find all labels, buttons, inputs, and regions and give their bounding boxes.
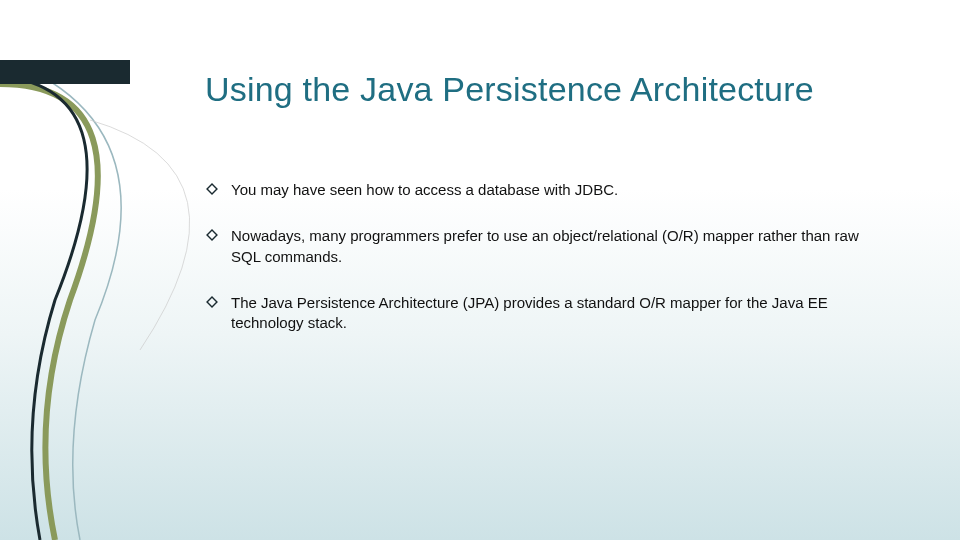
diamond-bullet-icon [205, 228, 219, 242]
bullet-item: Nowadays, many programmers prefer to use… [205, 226, 885, 267]
svg-rect-0 [207, 184, 217, 194]
accent-bar [0, 60, 130, 84]
bullet-item: You may have seen how to access a databa… [205, 180, 885, 200]
svg-rect-1 [207, 230, 217, 240]
svg-rect-2 [207, 297, 217, 307]
slide-title: Using the Java Persistence Architecture [205, 70, 814, 109]
bullet-text: Nowadays, many programmers prefer to use… [231, 226, 885, 267]
bullet-text: You may have seen how to access a databa… [231, 180, 885, 200]
bullet-text: The Java Persistence Architecture (JPA) … [231, 293, 885, 334]
slide-body: You may have seen how to access a databa… [205, 180, 885, 359]
slide: Using the Java Persistence Architecture … [0, 0, 960, 540]
bullet-item: The Java Persistence Architecture (JPA) … [205, 293, 885, 334]
diamond-bullet-icon [205, 295, 219, 309]
diamond-bullet-icon [205, 182, 219, 196]
